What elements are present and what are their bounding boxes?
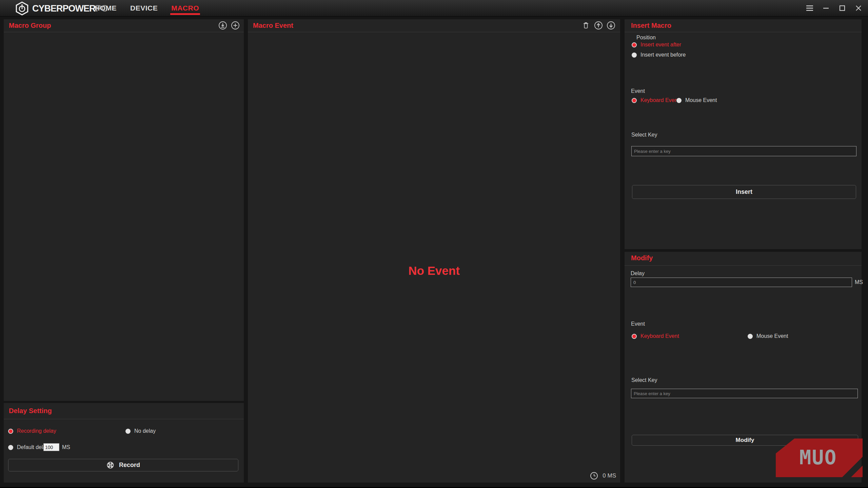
ms-label: MS: [62, 444, 70, 450]
delay-setting-header: Delay Setting: [4, 403, 244, 419]
macro-event-title: Macro Event: [253, 22, 293, 29]
radio-label: Mouse Event: [756, 333, 788, 339]
insert-macro-header: Insert Macro: [625, 19, 862, 32]
radio-keyboard-event[interactable]: Keyboard Event: [632, 97, 679, 103]
macro-group-actions: [218, 21, 240, 30]
radio-mouse-event[interactable]: Mouse Event: [676, 97, 717, 103]
tab-macro[interactable]: MACRO: [171, 0, 199, 16]
title-bar: CYBERPOWERPC HOME DEVICE MACRO: [0, 0, 868, 17]
select-key-label: Select Key: [631, 377, 657, 383]
modify-header: Modify: [625, 252, 862, 266]
radio-dot: [8, 429, 13, 434]
insert-button[interactable]: Insert: [632, 185, 856, 199]
position-label: Position: [636, 35, 656, 41]
tab-device[interactable]: DEVICE: [130, 0, 158, 16]
muo-watermark-text: MUO: [800, 446, 837, 469]
maximize-icon[interactable]: [838, 4, 846, 12]
radio-dot: [125, 429, 131, 434]
modify-title: Modify: [631, 254, 653, 262]
radio-label: Keyboard Event: [640, 333, 679, 339]
macro-event-panel: Macro Event: [248, 19, 620, 483]
import-macro-icon[interactable]: [218, 21, 227, 30]
radio-mouse-event[interactable]: Mouse Event: [748, 333, 788, 339]
brand-main: CYBERPOWER: [32, 3, 96, 14]
macro-group-header: Macro Group: [4, 19, 244, 32]
radio-label: Insert event after: [640, 42, 681, 48]
radio-dot: [748, 334, 753, 339]
insert-macro-panel: Insert Macro Position Insert event after…: [625, 19, 862, 249]
select-key-input[interactable]: [631, 389, 858, 398]
radio-label: Insert event before: [640, 52, 686, 58]
tab-home[interactable]: HOME: [95, 0, 117, 16]
macro-event-actions: [581, 21, 615, 30]
record-button[interactable]: Record: [8, 459, 238, 471]
main-nav: HOME DEVICE MACRO: [95, 0, 199, 16]
radio-dot: [632, 334, 637, 339]
delay-input[interactable]: [631, 278, 852, 287]
add-macro-icon[interactable]: [231, 21, 240, 30]
radio-keyboard-event[interactable]: Keyboard Event: [632, 333, 679, 339]
insert-macro-title: Insert Macro: [631, 22, 671, 29]
record-reel-icon: [106, 461, 114, 469]
radio-no-delay[interactable]: No delay: [125, 428, 156, 434]
brand: CYBERPOWERPC: [15, 1, 107, 16]
delay-setting-title: Delay Setting: [9, 407, 52, 415]
radio-label: Mouse Event: [685, 97, 717, 103]
radio-label: Keyboard Event: [640, 97, 679, 103]
muo-watermark: MUO: [775, 437, 864, 479]
event-label: Event: [631, 321, 645, 327]
radio-insert-event-before[interactable]: Insert event before: [632, 52, 686, 58]
select-key-input[interactable]: [631, 146, 856, 156]
macro-group-panel: Macro Group: [4, 19, 244, 401]
event-label: Event: [631, 88, 645, 94]
radio-recording-delay[interactable]: Recording delay: [8, 428, 56, 434]
delay-setting-panel: Delay Setting Recording delay No delay D…: [4, 403, 244, 483]
record-button-label: Record: [119, 462, 140, 469]
radio-default-delay[interactable]: Default delay: [8, 444, 48, 450]
clock-icon: [590, 472, 598, 480]
close-icon[interactable]: [854, 4, 863, 12]
macro-group-list[interactable]: [4, 32, 244, 401]
default-delay-input[interactable]: [43, 443, 59, 451]
radio-label: No delay: [134, 428, 156, 434]
radio-insert-event-after[interactable]: Insert event after: [632, 42, 681, 48]
macro-group-title: Macro Group: [9, 22, 51, 29]
minimize-icon[interactable]: [822, 4, 830, 12]
macro-event-header: Macro Event: [248, 19, 620, 32]
radio-dot: [676, 98, 682, 103]
radio-label: Recording delay: [17, 428, 56, 434]
total-delay-value: 0 MS: [603, 472, 616, 479]
ms-label: MS: [855, 279, 863, 285]
menu-icon[interactable]: [806, 4, 814, 12]
radio-dot: [632, 42, 637, 47]
total-delay: 0 MS: [590, 472, 616, 480]
move-down-icon[interactable]: [607, 21, 615, 30]
radio-dot: [632, 98, 637, 103]
select-key-label: Select Key: [631, 132, 657, 138]
app-window: CYBERPOWERPC HOME DEVICE MACRO: [0, 0, 868, 488]
radio-dot: [632, 53, 637, 58]
window-controls: [806, 0, 863, 16]
delete-event-icon[interactable]: [581, 21, 590, 30]
delay-label: Delay: [631, 270, 645, 277]
move-up-icon[interactable]: [594, 21, 603, 30]
cyberpowerpc-logo-icon: [15, 1, 29, 16]
no-event-message: No Event: [248, 264, 620, 278]
radio-dot: [8, 445, 13, 450]
